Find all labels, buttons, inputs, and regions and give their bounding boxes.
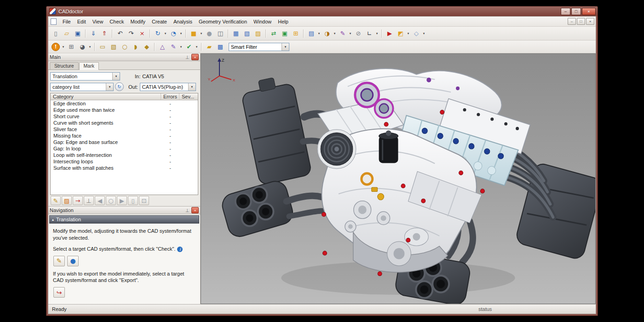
table-row[interactable]: Missing face- <box>51 132 198 139</box>
menu-create[interactable]: Create <box>149 18 170 25</box>
mdi-close-button[interactable]: × <box>586 18 594 25</box>
check-history-dropdown-icon[interactable]: ▾ <box>88 45 92 49</box>
measure-cylinder-icon[interactable]: ○ <box>120 42 130 52</box>
menu-check[interactable]: Check <box>106 18 127 25</box>
measure-tool-dropdown-icon[interactable]: ▾ <box>333 32 337 35</box>
table-row[interactable]: Sliver face- <box>51 126 198 132</box>
stock-display-icon[interactable]: ▰ <box>204 42 214 52</box>
selection-filter-dropdown-icon[interactable]: ▾ <box>406 32 410 35</box>
menu-analysis[interactable]: Analysis <box>170 18 196 25</box>
copy-errors-icon[interactable]: ⊡ <box>139 196 149 205</box>
pin-icon[interactable]: ⊥ <box>184 55 190 60</box>
table-row[interactable]: Short curve- <box>51 113 198 120</box>
out-dropdown-icon[interactable]: ▾ <box>188 83 196 91</box>
rendered-display-icon[interactable]: ● <box>204 29 214 39</box>
polygon-display-icon[interactable]: ▧ <box>242 29 252 39</box>
import-file-icon[interactable]: ⇓ <box>88 29 98 39</box>
orbit-view-icon[interactable]: ◔ <box>168 29 178 39</box>
shaded-display-dropdown-icon[interactable]: ▾ <box>199 32 203 35</box>
paint-faces-icon[interactable]: ✎ <box>168 42 178 52</box>
menu-view[interactable]: View <box>89 18 107 25</box>
mesh-display-icon[interactable]: ▦ <box>231 29 241 39</box>
pdq-check-dropdown-icon[interactable]: ▾ <box>317 32 321 35</box>
dimension-tool-icon[interactable]: ∟ <box>364 29 374 39</box>
highlight-differences-icon[interactable]: ▣ <box>280 29 290 39</box>
menu-file[interactable]: File <box>59 18 74 25</box>
panel-close-icon[interactable]: × <box>191 207 199 213</box>
table-row[interactable]: Edge used more than twice- <box>51 107 198 113</box>
out-format-select[interactable]: CATIA V5(Plug-in) ▾ <box>140 83 196 91</box>
markup-tool-icon[interactable]: ✎ <box>338 29 348 39</box>
table-row[interactable]: Gap: Edge and base surface- <box>51 139 198 145</box>
smart-filter-dropdown-icon[interactable]: ▾ <box>282 43 289 51</box>
table-row[interactable]: Loop with self-intersection- <box>51 152 198 158</box>
close-button[interactable]: × <box>582 8 596 15</box>
panel-close-icon[interactable]: × <box>191 54 199 60</box>
translation-dropdown-icon[interactable]: ▾ <box>112 73 120 80</box>
run-heal-icon[interactable]: ▨ <box>62 196 72 205</box>
menu-help[interactable]: Help <box>275 18 292 25</box>
measure-solid-icon[interactable]: ▧ <box>109 42 119 52</box>
maximize-button[interactable]: □ <box>571 8 581 15</box>
previous-error-icon[interactable]: ◀ <box>95 196 105 205</box>
save-icon[interactable]: ▣ <box>73 29 83 39</box>
undo-icon[interactable]: ↶ <box>115 29 125 39</box>
table-row[interactable]: Edge direction- <box>51 100 198 107</box>
title-bar[interactable]: CADdoctor – □ × <box>46 6 598 16</box>
table-row[interactable]: Intersecting loops- <box>51 158 198 165</box>
export-file-icon[interactable]: ⇑ <box>99 29 109 39</box>
mdi-minimize-button[interactable]: – <box>568 18 576 25</box>
translation-select[interactable]: Translation ▾ <box>50 72 120 80</box>
pdq-check-icon[interactable]: ▤ <box>306 29 316 39</box>
column-header-severity[interactable]: Sev... <box>179 93 198 100</box>
table-row[interactable]: Curve with short segments- <box>51 120 198 126</box>
error-report-icon[interactable]: ▯ <box>128 196 138 205</box>
table-row[interactable]: Gap: In loop- <box>51 145 198 152</box>
translation-section-header[interactable]: ▴ Translation <box>49 215 199 224</box>
rotate-view-icon[interactable]: ↻ <box>153 29 163 39</box>
table-row[interactable]: Surface with small patches- <box>51 165 198 171</box>
disable-check-icon[interactable]: ⊘ <box>353 29 363 39</box>
run-check-icon[interactable]: ✎ <box>51 196 61 205</box>
surface-display-icon[interactable]: ▨ <box>253 29 263 39</box>
expand-categories-icon[interactable]: ⊞ <box>66 42 76 52</box>
transform-tool-icon[interactable]: △ <box>157 42 167 52</box>
error-summary-icon[interactable]: ! <box>52 43 60 51</box>
measure-tool-icon[interactable]: ◑ <box>322 29 332 39</box>
rotate-view-dropdown-icon[interactable]: ▾ <box>163 32 167 35</box>
paint-faces-dropdown-icon[interactable]: ▾ <box>179 45 183 49</box>
select-pointer-icon[interactable]: ▶ <box>385 29 395 39</box>
zoom-to-error-icon[interactable]: ○ <box>106 196 116 205</box>
lock-measure-icon[interactable]: ◆ <box>142 42 152 52</box>
menu-modify[interactable]: Modify <box>127 18 149 25</box>
smart-filter-combo[interactable]: Smart Filter ▾ <box>229 43 289 51</box>
compare-models-icon[interactable]: ⇄ <box>269 29 279 39</box>
open-folder-icon[interactable]: ▱ <box>62 29 72 39</box>
shaded-display-icon[interactable]: ■ <box>189 29 199 39</box>
measure-bell-icon[interactable]: ◗ <box>131 42 141 52</box>
tab-structure[interactable]: Structure <box>50 62 79 69</box>
section-display-icon[interactable]: ◫ <box>215 29 225 39</box>
tab-mark[interactable]: Mark <box>79 62 99 70</box>
category-list-select[interactable]: category list ▾ <box>50 83 114 91</box>
curvature-check-dropdown-icon[interactable]: ▾ <box>195 45 199 49</box>
menu-edit[interactable]: Edit <box>74 18 89 25</box>
3d-viewport[interactable]: Z X Y <box>201 53 596 304</box>
category-dropdown-icon[interactable]: ▾ <box>106 83 113 91</box>
run-transfer-icon[interactable]: → <box>73 196 83 205</box>
error-summary-dropdown-icon[interactable]: ▾ <box>61 45 65 49</box>
refresh-categories-icon[interactable]: ↻ <box>115 82 124 91</box>
markup-tool-dropdown-icon[interactable]: ▾ <box>348 32 352 35</box>
collapse-icon[interactable]: ▴ <box>52 218 54 222</box>
new-document-icon[interactable]: ▯ <box>51 29 61 39</box>
check-model-icon[interactable]: ✎ <box>53 256 65 266</box>
next-error-icon[interactable]: ▶ <box>117 196 127 205</box>
pick-mode-dropdown-icon[interactable]: ▾ <box>422 32 426 35</box>
delete-entity-icon[interactable]: × <box>137 29 147 39</box>
redo-icon[interactable]: ↷ <box>126 29 136 39</box>
mdi-restore-button[interactable]: □ <box>577 18 585 25</box>
pick-mode-icon[interactable]: ◇ <box>411 29 421 39</box>
selection-filter-icon[interactable]: ◩ <box>396 29 406 39</box>
curvature-check-icon[interactable]: ✔ <box>184 42 194 52</box>
dimension-tool-dropdown-icon[interactable]: ▾ <box>375 32 379 35</box>
